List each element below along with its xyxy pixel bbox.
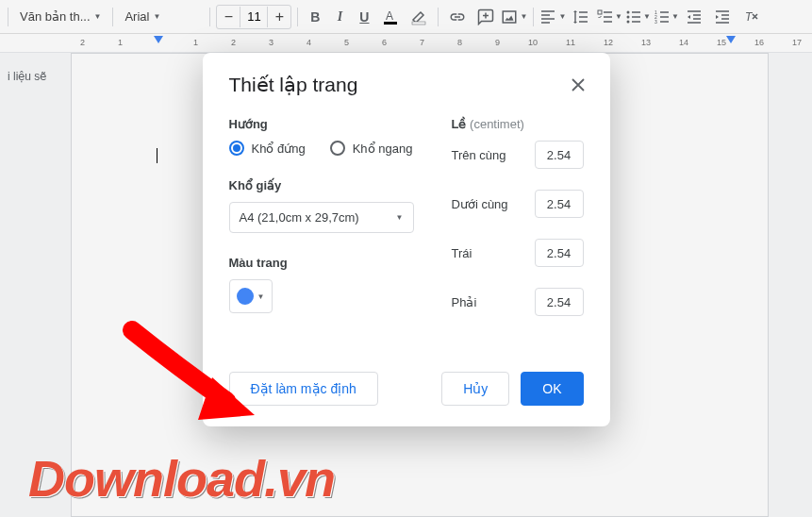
margin-right-label: Phải: [452, 295, 477, 309]
set-default-button[interactable]: Đặt làm mặc định: [229, 372, 378, 406]
radio-icon: [229, 141, 244, 156]
modal-scrim: Thiết lập trang Hướng Khổ đứng Khổ ngang: [0, 0, 812, 517]
radio-landscape[interactable]: Khổ ngang: [330, 141, 413, 156]
page-color-select[interactable]: ▼: [229, 279, 273, 313]
radio-portrait-label: Khổ đứng: [252, 142, 306, 156]
orientation-label: Hướng: [229, 117, 414, 131]
paper-size-label: Khổ giấy: [229, 178, 414, 192]
radio-portrait[interactable]: Khổ đứng: [229, 141, 306, 156]
margin-right-input[interactable]: [535, 288, 584, 316]
chevron-down-icon: ▼: [396, 213, 404, 222]
margin-left-input[interactable]: [535, 239, 584, 267]
margins-label: Lề (centimet): [452, 117, 584, 131]
radio-icon: [330, 141, 345, 156]
close-icon: [571, 77, 586, 92]
paper-size-value: A4 (21,0cm x 29,7cm): [240, 210, 359, 225]
margin-bottom-input[interactable]: [535, 190, 584, 218]
color-swatch-icon: [237, 288, 254, 305]
margin-top-label: Trên cùng: [452, 148, 506, 162]
radio-landscape-label: Khổ ngang: [353, 142, 413, 156]
page-color-label: Màu trang: [229, 256, 414, 270]
margin-bottom-label: Dưới cùng: [452, 197, 508, 211]
margin-left-label: Trái: [452, 246, 472, 260]
margin-top-input[interactable]: [535, 141, 584, 169]
cancel-button[interactable]: Hủy: [441, 372, 509, 406]
ok-button[interactable]: OK: [521, 372, 583, 406]
paper-size-select[interactable]: A4 (21,0cm x 29,7cm) ▼: [229, 202, 414, 233]
page-setup-dialog: Thiết lập trang Hướng Khổ đứng Khổ ngang: [203, 53, 610, 426]
dialog-title: Thiết lập trang: [229, 74, 584, 96]
chevron-down-icon: ▼: [257, 292, 265, 301]
watermark: Download.vn: [28, 449, 335, 508]
close-button[interactable]: [565, 72, 591, 98]
